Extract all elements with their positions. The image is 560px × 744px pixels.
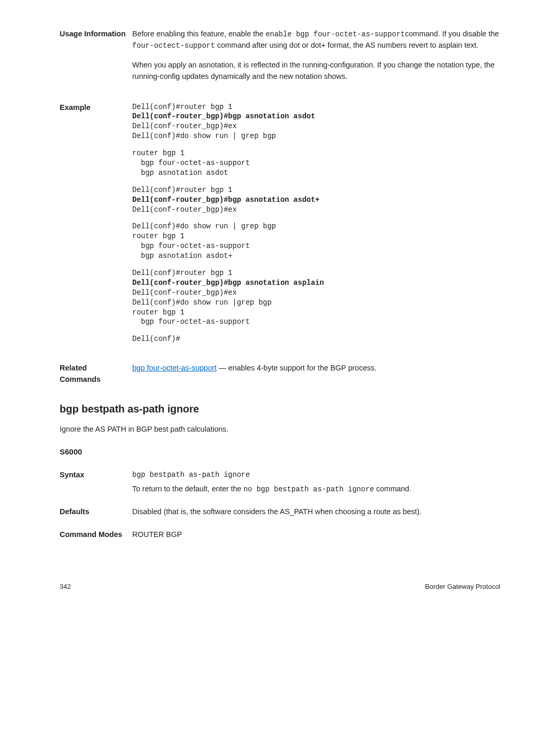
- example-label: Example: [60, 102, 132, 352]
- example-section: Example Dell(conf)#router bgp 1 Dell(con…: [60, 102, 500, 352]
- usage-para-2: When you apply an asnotation, it is refl…: [132, 60, 500, 82]
- syntax-label: Syntax: [60, 470, 132, 495]
- command-modes-section: Command Modes ROUTER BGP: [60, 529, 500, 541]
- command-heading: bgp bestpath as-path ignore: [60, 401, 500, 417]
- inline-code: no bgp bestpath as-path ignore: [243, 485, 374, 493]
- defaults-text: Disabled (that is, the software consider…: [132, 506, 500, 518]
- code-block-2: router bgp 1 bgp four-octet-as-support b…: [132, 148, 500, 178]
- related-commands-section: Related Commands bgp four-octet-as-suppo…: [60, 363, 500, 385]
- related-text: — enables 4-byte support for the BGP pro…: [217, 364, 376, 372]
- code-block-4: Dell(conf)#do show run | grep bgp router…: [132, 222, 500, 261]
- related-label: Related Commands: [60, 363, 132, 385]
- defaults-section: Defaults Disabled (that is, the software…: [60, 506, 500, 518]
- usage-para-1: Before enabling this feature, enable the…: [132, 29, 500, 51]
- modes-text: ROUTER BGP: [132, 529, 500, 541]
- inline-code: enable bgp four-octet-as-support: [265, 30, 405, 38]
- platform-label: S6000: [60, 446, 500, 458]
- page-footer: 342 Border Gateway Protocol: [60, 582, 500, 592]
- syntax-code: bgp bestpath as-path ignore: [132, 470, 500, 480]
- code-block-3: Dell(conf)#router bgp 1 Dell(conf-router…: [132, 185, 500, 215]
- defaults-label: Defaults: [60, 506, 132, 518]
- command-description: Ignore the AS PATH in BGP best path calc…: [60, 424, 500, 435]
- syntax-text: To return to the default, enter the no b…: [132, 484, 500, 495]
- modes-label: Command Modes: [60, 529, 132, 541]
- footer-title: Border Gateway Protocol: [425, 582, 500, 592]
- code-block-1: Dell(conf)#router bgp 1 Dell(conf-router…: [132, 102, 500, 142]
- usage-information-section: Usage Information Before enabling this f…: [60, 29, 500, 91]
- related-link[interactable]: bgp four-octet-as-support: [132, 364, 217, 372]
- page-number: 342: [60, 582, 71, 592]
- syntax-section: Syntax bgp bestpath as-path ignore To re…: [60, 470, 500, 495]
- code-block-5: Dell(conf)#router bgp 1 Dell(conf-router…: [132, 268, 500, 327]
- code-block-6: Dell(conf)#: [132, 334, 500, 344]
- inline-code: four-octect-support: [132, 42, 215, 50]
- usage-label: Usage Information: [60, 29, 132, 91]
